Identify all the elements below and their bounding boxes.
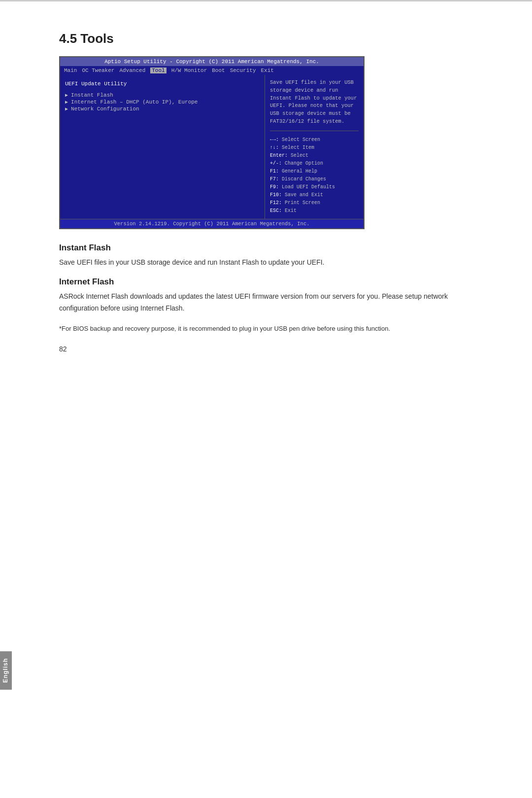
instant-flash-body: Save UEFI files in your USB storage devi…: [59, 257, 473, 269]
bios-section-label: UEFI Update Utility: [65, 81, 260, 87]
menu-security: Security: [230, 68, 256, 73]
side-label: English: [0, 651, 12, 690]
key-esc: ESC: Exit: [270, 207, 359, 215]
bios-key-help: ←→: Select Screen ↑↓: Select Item Enter:…: [270, 136, 359, 215]
key-f12: F12: Print Screen: [270, 199, 359, 207]
bios-right-panel: Save UEFI files in your USB storage devi…: [265, 75, 364, 219]
key-select-item: ↑↓: Select Item: [270, 144, 359, 152]
internet-flash-title: Internet Flash: [59, 277, 473, 287]
bios-item-internet-flash: Internet Flash – DHCP (Auto IP), Europe: [65, 99, 260, 105]
menu-advanced: Advanced: [119, 68, 145, 73]
instant-flash-title: Instant Flash: [59, 243, 473, 253]
key-f10: F10: Save and Exit: [270, 191, 359, 199]
internet-flash-body: ASRock Internet Flash downloads and upda…: [59, 291, 473, 314]
key-select-screen: ←→: Select Screen: [270, 136, 359, 144]
menu-oc-tweaker: OC Tweaker: [82, 68, 114, 73]
key-enter: Enter: Select: [270, 152, 359, 160]
key-f1: F1: General Help: [270, 168, 359, 175]
internet-flash-note: *For BIOS backup and recovery purpose, i…: [59, 323, 473, 334]
menu-boot: Boot: [212, 68, 225, 73]
key-f9: F9: Load UEFI Defaults: [270, 183, 359, 191]
section-title: 4.5 Tools: [59, 31, 473, 46]
bios-item-network-config: Network Configuration: [65, 105, 260, 112]
menu-exit: Exit: [261, 68, 273, 73]
bios-left-panel: UEFI Update Utility Instant Flash Intern…: [60, 75, 265, 219]
key-change-option: +/-: Change Option: [270, 160, 359, 168]
bios-help-text: Save UEFI files in your USB storage devi…: [270, 79, 359, 131]
page-number: 82: [59, 345, 67, 353]
bios-body: UEFI Update Utility Instant Flash Intern…: [60, 75, 364, 219]
bios-footer: Version 2.14.1219. Copyright (C) 2011 Am…: [60, 219, 364, 228]
bios-title-bar: Aptio Setup Utility - Copyright (C) 2011…: [60, 57, 364, 66]
menu-tool-highlighted: Tool: [150, 68, 166, 73]
bios-menu-bar: Main OC Tweaker Advanced Tool H/W Monito…: [60, 66, 364, 75]
menu-main: Main: [64, 68, 77, 73]
key-f7: F7: Discard Changes: [270, 175, 359, 183]
bios-item-instant-flash: Instant Flash: [65, 92, 260, 99]
bios-screenshot: Aptio Setup Utility - Copyright (C) 2011…: [59, 56, 365, 229]
menu-hw-monitor: H/W Monitor: [171, 68, 207, 73]
